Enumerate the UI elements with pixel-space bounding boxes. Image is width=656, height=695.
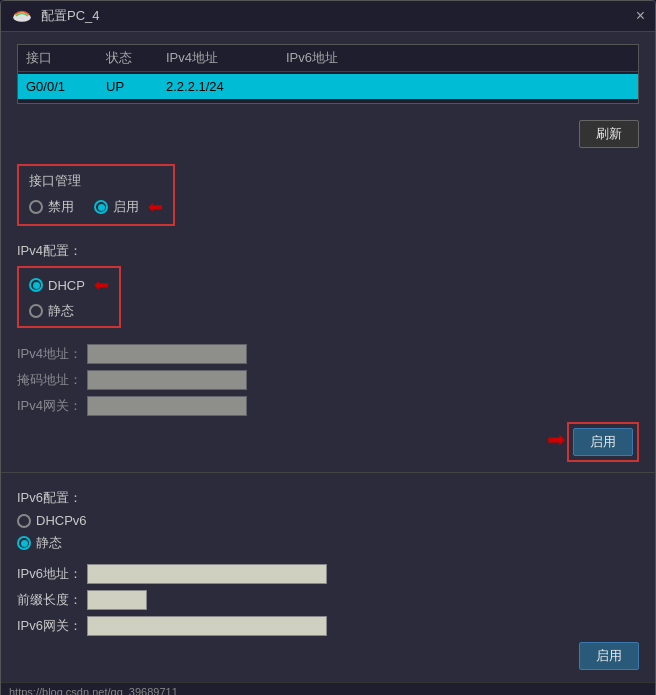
radio-static-ipv6[interactable]: 静态: [17, 534, 62, 552]
titlebar-left: 配置PC_4: [11, 7, 100, 25]
radio-dhcpv6-label: DHCPv6: [36, 513, 87, 528]
ipv4-mask-input[interactable]: [87, 370, 247, 390]
radio-static-ipv4-circle: [29, 304, 43, 318]
ipv4-gateway-row: IPv4网关：: [1, 396, 655, 416]
radio-enable[interactable]: 启用 ⬅: [94, 196, 163, 218]
ipv6-prefix-row: 前缀长度：: [1, 590, 655, 610]
ipv4-address-row: IPv4地址：: [1, 344, 655, 364]
radio-disable-circle: [29, 200, 43, 214]
interface-table: 接口 状态 IPv4地址 IPv6地址 G0/0/1 UP 2.2.2.1/24: [17, 44, 639, 104]
ipv4-config-section: DHCP ⬅ 静态: [1, 266, 655, 336]
radio-static-ipv4[interactable]: 静态: [29, 302, 74, 320]
ipv6-gateway-label: IPv6网关：: [17, 617, 87, 635]
ipv4-enable-button[interactable]: 启用: [573, 428, 633, 456]
radio-enable-circle: [94, 200, 108, 214]
ipv4-config-radios: DHCP ⬅ 静态: [29, 274, 109, 320]
cell-status: UP: [106, 79, 166, 94]
ipv4-enable-area: ➡ 启用: [1, 422, 655, 462]
ipv6-fields-area: IPv6地址： 前缀长度： IPv6网关：: [1, 564, 655, 636]
ipv4-gateway-label: IPv4网关：: [17, 397, 87, 415]
ipv6-address-row: IPv6地址：: [1, 564, 655, 584]
ipv4-mask-label: 掩码地址：: [17, 371, 87, 389]
table-header-row: 接口 状态 IPv4地址 IPv6地址: [18, 45, 638, 72]
arrow-dhcp-indicator: ⬅: [94, 274, 109, 296]
ipv6-section: IPv6配置： DHCPv6 静态: [1, 481, 655, 564]
radio-dhcpv6[interactable]: DHCPv6: [17, 513, 87, 528]
ipv4-address-input[interactable]: [87, 344, 247, 364]
radio-enable-label: 启用: [113, 198, 139, 216]
radio-disable[interactable]: 禁用: [29, 198, 74, 216]
radio-static-ipv6-label: 静态: [36, 534, 62, 552]
cell-ipv6: [286, 79, 630, 94]
col-status: 状态: [106, 49, 166, 67]
ipv6-address-label: IPv6地址：: [17, 565, 87, 583]
titlebar: 配置PC_4 ×: [1, 1, 655, 32]
main-window: 配置PC_4 × 接口 状态 IPv4地址 IPv6地址 G0/0/1 UP 2…: [0, 0, 656, 695]
ipv4-fields-area: IPv4地址： 掩码地址： IPv4网关：: [1, 344, 655, 416]
content-area: 接口 状态 IPv4地址 IPv6地址 G0/0/1 UP 2.2.2.1/24…: [1, 32, 655, 695]
ipv4-gateway-input[interactable]: [87, 396, 247, 416]
ipv6-config-label: IPv6配置：: [17, 489, 639, 507]
radio-dhcp-circle: [29, 278, 43, 292]
interface-table-area: 接口 状态 IPv4地址 IPv6地址 G0/0/1 UP 2.2.2.1/24: [1, 32, 655, 112]
ipv6-gateway-input[interactable]: [87, 616, 327, 636]
section-divider: [1, 472, 655, 473]
radio-dhcp[interactable]: DHCP ⬅: [29, 274, 109, 296]
col-ipv4: IPv4地址: [166, 49, 286, 67]
url-bar: https://blog.csdn.net/qq_39689711: [1, 682, 655, 695]
ipv4-config-label: IPv4配置：: [1, 242, 655, 260]
col-ipv6: IPv6地址: [286, 49, 630, 67]
radio-dhcp-label: DHCP: [48, 278, 85, 293]
interface-management-section: 接口管理 禁用 启用 ⬅: [1, 156, 655, 242]
ipv6-config-radios: DHCPv6 静态: [17, 513, 639, 552]
table-row[interactable]: G0/0/1 UP 2.2.2.1/24: [18, 74, 638, 99]
ipv4-mask-row: 掩码地址：: [1, 370, 655, 390]
ipv4-address-label: IPv4地址：: [17, 345, 87, 363]
cell-ipv4: 2.2.2.1/24: [166, 79, 286, 94]
arrow-enable-ipv4: ➡: [547, 427, 565, 453]
cell-interface: G0/0/1: [26, 79, 106, 94]
ipv6-prefix-input[interactable]: [87, 590, 147, 610]
refresh-button[interactable]: 刷新: [579, 120, 639, 148]
ipv6-enable-area: 启用: [1, 642, 655, 682]
ipv6-enable-button[interactable]: 启用: [579, 642, 639, 670]
radio-dhcpv6-circle: [17, 514, 31, 528]
interface-management-label: 接口管理: [29, 172, 163, 190]
radio-static-ipv6-circle: [17, 536, 31, 550]
ipv6-gateway-row: IPv6网关：: [1, 616, 655, 636]
window-title: 配置PC_4: [41, 7, 100, 25]
ipv4-enable-btn-wrapper: 启用: [567, 422, 639, 462]
arrow-enable-indicator: ⬅: [148, 196, 163, 218]
close-button[interactable]: ×: [636, 8, 645, 24]
cloud-icon: [11, 8, 33, 24]
radio-disable-label: 禁用: [48, 198, 74, 216]
ipv4-config-box: DHCP ⬅ 静态: [17, 266, 121, 328]
ipv6-prefix-label: 前缀长度：: [17, 591, 87, 609]
refresh-row: 刷新: [1, 112, 655, 156]
col-interface: 接口: [26, 49, 106, 67]
ipv6-address-input[interactable]: [87, 564, 327, 584]
interface-management-radios: 禁用 启用 ⬅: [29, 196, 163, 218]
interface-management-box: 接口管理 禁用 启用 ⬅: [17, 164, 175, 226]
radio-static-ipv4-label: 静态: [48, 302, 74, 320]
